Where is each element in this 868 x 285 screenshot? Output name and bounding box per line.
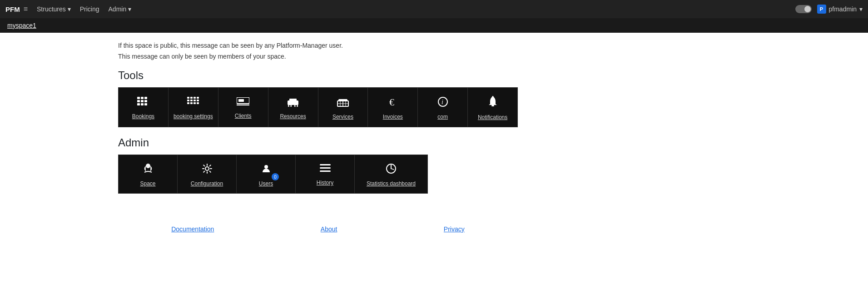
svg-rect-6 <box>137 103 140 105</box>
notifications-label: Notifications <box>478 114 507 120</box>
brand: PFM <box>5 5 20 13</box>
svg-rect-22 <box>238 99 244 102</box>
users-label: Users <box>259 180 273 187</box>
history-icon <box>320 164 331 176</box>
com-icon: i <box>437 96 448 110</box>
tool-services[interactable]: Services <box>318 88 368 127</box>
bookings-label: Bookings <box>132 113 154 120</box>
svg-rect-36 <box>491 105 494 106</box>
breadcrumb-link[interactable]: myspace1 <box>7 22 36 29</box>
navbar-right: P pfmadmin ▾ <box>795 5 863 14</box>
resources-icon <box>287 97 299 110</box>
svg-rect-2 <box>144 97 147 99</box>
user-icon: P <box>817 5 826 14</box>
public-message: If this space is public, this message ca… <box>118 42 518 49</box>
statistics-dashboard-label: Statistics dashboard <box>367 180 416 187</box>
tool-resources[interactable]: Resources <box>268 88 318 127</box>
tools-title: Tools <box>118 69 518 82</box>
svg-rect-14 <box>190 100 193 101</box>
footer-privacy[interactable]: Privacy <box>444 225 465 233</box>
svg-rect-4 <box>141 100 144 102</box>
svg-rect-41 <box>320 164 331 165</box>
bookings-icon <box>137 97 149 110</box>
svg-rect-3 <box>137 100 140 102</box>
statistics-icon <box>386 163 397 177</box>
booking-settings-label: booking settings <box>174 113 213 120</box>
admin-title: Admin <box>118 136 518 149</box>
svg-rect-12 <box>197 97 199 99</box>
svg-rect-42 <box>320 167 331 169</box>
svg-rect-15 <box>193 100 196 101</box>
tool-booking-settings[interactable]: booking settings <box>169 88 218 127</box>
clients-icon <box>237 97 249 109</box>
footer-about[interactable]: About <box>321 225 337 233</box>
navbar: PFM ≡ Structures ▾ Pricing Admin ▾ P pfm… <box>0 0 868 18</box>
svg-rect-8 <box>144 103 147 105</box>
tool-notifications[interactable]: Notifications <box>468 88 517 127</box>
notifications-icon <box>488 96 498 110</box>
nav-admin[interactable]: Admin ▾ <box>105 4 135 15</box>
user-dropdown-icon: ▾ <box>859 5 863 13</box>
svg-rect-43 <box>320 170 331 172</box>
svg-rect-25 <box>289 99 297 101</box>
user-name: pfmadmin <box>829 5 857 13</box>
users-badge: 0 <box>272 173 279 180</box>
invoices-label: Invoices <box>383 114 403 120</box>
svg-text:€: € <box>389 96 394 107</box>
space-label: Space <box>140 180 155 187</box>
svg-rect-7 <box>141 103 144 105</box>
space-icon <box>143 163 154 177</box>
admin-grid: Space Configuration Users 0 <box>118 155 428 194</box>
svg-point-38 <box>147 165 149 167</box>
configuration-icon <box>202 163 213 177</box>
booking-settings-icon <box>187 97 199 110</box>
admin-statistics-dashboard[interactable]: Statistics dashboard <box>355 155 427 193</box>
services-label: Services <box>332 114 353 120</box>
history-label: History <box>317 180 333 186</box>
svg-rect-19 <box>193 102 196 104</box>
svg-rect-18 <box>190 102 193 104</box>
hamburger-icon[interactable]: ≡ <box>24 5 28 13</box>
svg-rect-1 <box>141 97 144 99</box>
toggle-switch[interactable] <box>795 5 812 13</box>
svg-rect-20 <box>197 102 199 104</box>
nav-pricing[interactable]: Pricing <box>76 4 103 15</box>
tool-com[interactable]: i com <box>418 88 468 127</box>
configuration-label: Configuration <box>191 180 223 187</box>
admin-space[interactable]: Space <box>119 155 178 193</box>
svg-rect-9 <box>187 97 189 99</box>
svg-rect-5 <box>144 100 147 102</box>
user-menu[interactable]: P pfmadmin ▾ <box>817 5 863 14</box>
members-message: This message can only be seen by members… <box>118 53 518 60</box>
tool-clients[interactable]: Clients <box>218 88 268 127</box>
footer-documentation[interactable]: Documentation <box>171 225 214 233</box>
svg-text:i: i <box>441 99 443 105</box>
clients-label: Clients <box>235 113 252 119</box>
admin-configuration[interactable]: Configuration <box>178 155 237 193</box>
tool-invoices[interactable]: € Invoices <box>368 88 418 127</box>
main-content: If this space is public, this message ca… <box>0 33 636 212</box>
admin-history[interactable]: History <box>296 155 355 193</box>
svg-rect-0 <box>137 97 140 99</box>
tools-grid: Bookings booki <box>118 87 518 127</box>
svg-point-27 <box>295 105 298 107</box>
svg-rect-11 <box>193 97 196 99</box>
svg-rect-16 <box>197 100 199 101</box>
svg-point-37 <box>492 96 493 97</box>
svg-rect-17 <box>187 102 189 104</box>
svg-point-26 <box>288 105 291 107</box>
nav-links: Structures ▾ Pricing Admin ▾ <box>33 4 135 15</box>
nav-structures[interactable]: Structures ▾ <box>33 4 74 15</box>
resources-label: Resources <box>280 113 306 120</box>
services-icon <box>337 96 349 110</box>
tool-bookings[interactable]: Bookings <box>119 88 169 127</box>
svg-rect-10 <box>190 97 193 99</box>
svg-rect-13 <box>187 100 189 101</box>
svg-point-39 <box>205 167 209 170</box>
svg-point-40 <box>264 165 268 169</box>
footer-links: Documentation About Privacy <box>0 212 636 242</box>
invoices-icon: € <box>387 96 398 110</box>
admin-users[interactable]: Users 0 <box>237 155 296 193</box>
com-label: com <box>437 114 448 120</box>
users-icon <box>261 163 272 177</box>
